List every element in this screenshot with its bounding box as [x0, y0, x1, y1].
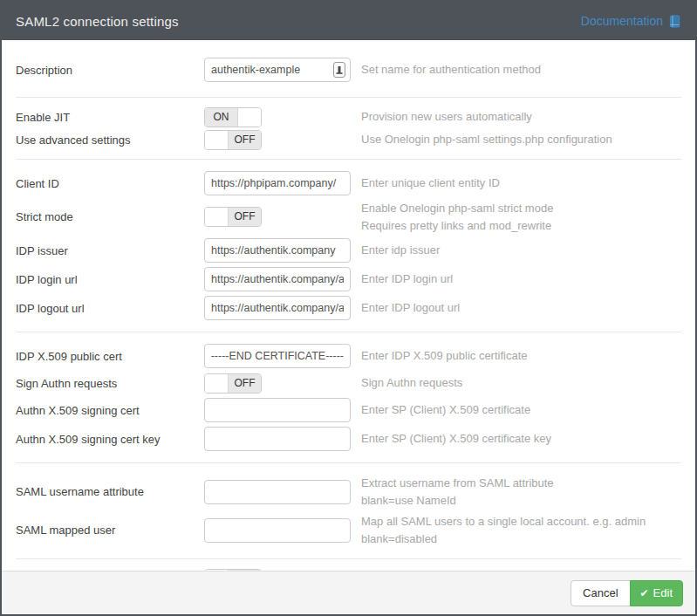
- field-control: [204, 480, 351, 504]
- field-hint: Set name for authentication method: [361, 61, 541, 79]
- field-label: Strict mode: [16, 210, 204, 223]
- strict-mode-toggle[interactable]: OFF: [204, 207, 262, 227]
- idp-login-url-input[interactable]: [204, 267, 351, 291]
- enable-jit-toggle[interactable]: ON: [204, 107, 262, 127]
- field-label: Enable JIT: [16, 111, 204, 124]
- book-icon: [668, 15, 681, 28]
- field-label: Authn X.509 signing cert: [16, 404, 204, 417]
- field-control: [204, 344, 351, 368]
- toggle-state-label: OFF: [228, 208, 261, 226]
- hint-line: blank=disabled: [361, 530, 646, 548]
- field-hint: Enter SP (Client) X.509 certificate key: [361, 430, 551, 448]
- field-control: [204, 171, 351, 195]
- footer-button-group: Cancel ✔ Edit: [571, 580, 683, 606]
- field-label: IDP logout url: [16, 302, 204, 315]
- modal-footer: Cancel ✔ Edit: [2, 571, 695, 614]
- toggle-state-label: ON: [205, 108, 238, 127]
- form-row: Sign Authn requests OFF Sign Authn reque…: [16, 373, 681, 394]
- cancel-button[interactable]: Cancel: [571, 580, 630, 606]
- section-debugging: Debugging OFF Enable protocol debugging …: [16, 559, 681, 571]
- modal-body: Description Set name for authentication …: [2, 40, 695, 571]
- edit-button[interactable]: ✔ Edit: [630, 580, 683, 606]
- field-hint: Enter IDP X.509 public certificate: [361, 347, 528, 365]
- form-row: Client ID Enter unique client entity ID: [16, 171, 681, 195]
- form-row: Authn X.509 signing cert Enter SP (Clien…: [16, 398, 681, 422]
- field-control: [204, 398, 351, 422]
- toggle-track: [205, 374, 228, 393]
- field-label: IDP issuer: [16, 244, 204, 257]
- field-control: [204, 267, 351, 291]
- field-label: Use advanced settings: [16, 133, 204, 147]
- field-label: SAML mapped user: [16, 524, 204, 537]
- saml-username-attribute-input[interactable]: [204, 480, 351, 504]
- idp-public-cert-input[interactable]: [204, 344, 351, 368]
- authn-signing-cert-input[interactable]: [204, 398, 351, 422]
- form-row: Enable JIT ON Provision new users automa…: [16, 106, 681, 127]
- field-control: ON: [204, 107, 351, 127]
- field-label: Description: [16, 64, 204, 77]
- field-label: SAML username attribute: [16, 485, 204, 498]
- field-control: OFF: [204, 130, 351, 150]
- form-row: SAML mapped user Map all SAML users to a…: [16, 513, 681, 547]
- toggle-track: [205, 131, 228, 149]
- field-hint: Enter unique client entity ID: [361, 175, 500, 192]
- section-idp: Client ID Enter unique client entity ID …: [16, 160, 681, 332]
- toggle-track: [205, 570, 228, 572]
- field-hint: Sign Authn requests: [361, 374, 462, 392]
- field-control: OFF: [204, 569, 351, 572]
- field-hint: Enter IDP login url: [361, 270, 453, 288]
- hint-line: Requires pretty links and mod_rewrite: [361, 217, 553, 235]
- idp-issuer-input[interactable]: [204, 238, 351, 263]
- field-control: OFF: [204, 373, 351, 394]
- section-description: Description Set name for authentication …: [16, 42, 681, 98]
- hint-line: Map all SAML users to a single local acc…: [361, 513, 646, 530]
- field-hint: Enter IDP logout url: [361, 299, 460, 317]
- field-hint: Map all SAML users to a single local acc…: [361, 513, 646, 547]
- field-control: [204, 296, 351, 320]
- field-label: IDP login url: [16, 273, 204, 286]
- advanced-settings-toggle[interactable]: OFF: [204, 130, 262, 150]
- form-row: SAML username attribute Extract username…: [16, 475, 681, 509]
- form-row: IDP issuer Enter idp issuer: [16, 238, 681, 263]
- form-row: Use advanced settings OFF Use Onelogin p…: [16, 129, 681, 150]
- field-label: Client ID: [16, 177, 204, 190]
- documentation-link[interactable]: Documentation: [581, 14, 681, 28]
- field-control: [204, 58, 351, 82]
- field-hint: Extract username from SAML attribute bla…: [361, 475, 554, 509]
- section-certificates: IDP X.509 public cert Enter IDP X.509 pu…: [16, 332, 681, 463]
- form-row: Strict mode OFF Enable Onelogin php-saml…: [16, 200, 681, 234]
- field-hint: Enter idp issuer: [361, 242, 440, 259]
- check-icon: ✔: [640, 587, 649, 599]
- debugging-toggle[interactable]: OFF: [204, 569, 262, 572]
- form-row: Authn X.509 signing cert key Enter SP (C…: [16, 427, 681, 451]
- form-row: IDP X.509 public cert Enter IDP X.509 pu…: [16, 344, 681, 368]
- autofill-icon: [333, 62, 345, 78]
- description-input[interactable]: [204, 58, 351, 82]
- edit-button-label: Edit: [653, 586, 673, 599]
- idp-logout-url-input[interactable]: [204, 296, 351, 320]
- authn-signing-cert-key-input[interactable]: [204, 427, 351, 451]
- documentation-label: Documentation: [581, 14, 663, 28]
- field-hint: Provision new users automatically: [361, 108, 532, 126]
- field-control: [204, 238, 351, 263]
- client-id-input[interactable]: [204, 171, 351, 195]
- toggle-state-label: OFF: [228, 374, 261, 393]
- toggle-track: [238, 108, 261, 127]
- toggle-state-label: OFF: [228, 570, 261, 572]
- field-label: Sign Authn requests: [16, 377, 204, 390]
- form-row: Description Set name for authentication …: [16, 58, 681, 82]
- field-label: Authn X.509 signing cert key: [16, 433, 204, 446]
- modal-header: SAML2 connection settings Documentation: [2, 2, 695, 40]
- sign-authn-toggle[interactable]: OFF: [204, 373, 262, 394]
- field-control: [204, 518, 351, 543]
- hint-line: blank=use NameId: [361, 492, 554, 510]
- field-label: IDP X.509 public cert: [16, 350, 204, 363]
- field-hint: Enable Onelogin php-saml strict mode Req…: [361, 200, 553, 234]
- form-row: IDP login url Enter IDP login url: [16, 267, 681, 291]
- saml-mapped-user-input[interactable]: [204, 518, 351, 543]
- field-control: OFF: [204, 207, 351, 227]
- toggle-track: [205, 208, 228, 226]
- field-control: [204, 427, 351, 451]
- section-general-toggles: Enable JIT ON Provision new users automa…: [16, 98, 681, 160]
- toggle-state-label: OFF: [228, 131, 261, 149]
